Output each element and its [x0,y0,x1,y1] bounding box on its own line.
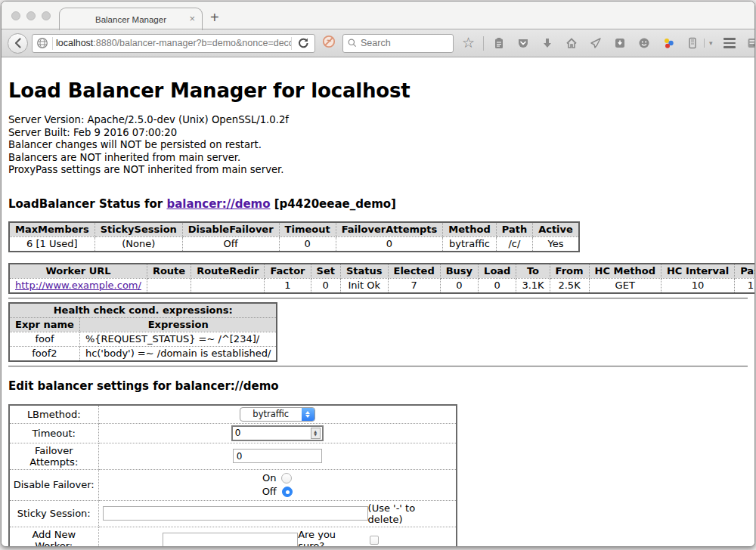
sticky-session-row: Sticky Session: (Use '-' to delete) [9,500,457,527]
col-expression: Expression [79,317,277,332]
proxypass-note: ProxyPass settings are NOT inherited fro… [8,164,748,177]
send-tab-icon[interactable] [589,36,603,50]
val-to: 3.1K [516,278,550,293]
lbmethod-row: LBmethod: bytraffic [9,405,457,424]
reload-icon[interactable] [296,36,310,50]
lbmethod-select[interactable]: bytraffic [240,407,315,422]
expr-value-foof: %{REQUEST_STATUS} =~ /^[234]/ [79,332,277,346]
disable-failover-row: Disable Failover: On Off [9,469,457,500]
summary-header-row: MaxMembers StickySession DisableFailover… [9,222,579,237]
close-window-button[interactable] [11,11,20,20]
val-load: 0 [479,278,516,293]
summary-data-row: 6 [1 Used] (None) Off 0 0 bytraffic /c/ … [9,236,579,252]
val-status: Init Ok [340,278,388,293]
bookmark-star-icon[interactable]: ☆ [462,36,475,50]
search-input[interactable] [361,38,436,48]
zoom-window-button[interactable] [42,11,51,20]
col-stickysession: StickySession [94,222,182,237]
save-page-icon[interactable] [613,36,627,50]
health-table-title: Health check cond. expressions: [9,303,277,318]
search-bar[interactable] [342,34,454,53]
lbmethod-selected-value: bytraffic [240,408,302,421]
col-disablefailover: DisableFailover [182,222,279,237]
radio-on[interactable] [281,473,292,484]
col-path: Path [496,222,532,237]
download-icon[interactable] [541,36,554,50]
toolbar-divider2 [704,39,705,48]
are-you-sure-label: Are you sure? [298,529,365,546]
minimize-window-button[interactable] [26,11,36,20]
content-blocked-icon[interactable] [322,35,336,51]
extension-panel-icon[interactable] [686,36,699,50]
tab-balancer-manager[interactable]: Balancer Manager × [59,8,203,30]
val-path: /c/ [496,236,532,252]
menu-icon[interactable] [723,38,736,48]
col-active: Active [533,222,579,237]
add-worker-input[interactable] [163,533,299,546]
sticky-session-label: Sticky Session: [9,500,98,527]
pocket-icon[interactable] [516,36,530,50]
balancer-demo-link[interactable]: balancer://demo [166,197,270,211]
val-method: bytraffic [443,236,496,252]
radio-off[interactable] [282,487,293,497]
search-icon [347,38,358,48]
col-load: Load [479,264,516,279]
health-check-table: Health check cond. expressions: Expr nam… [8,302,277,362]
navigation-toolbar: localhost:8880/balancer-manager?b=demo&n… [2,29,754,57]
home-icon[interactable] [565,36,578,50]
toolbar-divider [483,36,484,51]
url-text[interactable]: localhost:8880/balancer-manager?b=demo&n… [53,38,291,48]
val-hc-method: GET [589,278,661,293]
number-spinner-icon[interactable]: ▲▼ [311,428,321,439]
val-factor: 1 [265,278,311,293]
failover-attempts-input[interactable] [233,449,322,463]
disable-failover-label: Disable Failover: [9,469,98,500]
health-title-row: Health check cond. expressions: [9,303,277,318]
val-elected: 7 [388,278,440,293]
server-built: Server Built: Feb 9 2016 07:00:20 [8,127,748,140]
are-you-sure-checkbox[interactable] [370,536,379,545]
val-passes: 1 (0) [735,278,754,293]
chevron-down-icon[interactable]: ▾ [709,39,713,47]
sticky-session-input[interactable] [103,506,368,521]
val-from: 2.5K [550,278,589,293]
persist-note: Balancer changes will NOT be persisted o… [8,139,748,152]
col-failoverattempts: FailoverAttempts [336,222,443,237]
col-timeout: Timeout [279,222,336,237]
col-to: To [516,264,550,279]
reading-list-icon[interactable] [492,36,506,50]
new-tab-button[interactable]: + [210,9,219,26]
worker-url-link[interactable]: http://www.example.com/ [15,280,141,291]
tabbar-divider [2,29,754,29]
col-elected: Elected [388,264,440,279]
val-busy: 0 [440,278,478,293]
panel-grid-icon[interactable] [746,36,755,50]
expr-name-foof2: foof2 [9,346,79,361]
col-routeredir: RouteRedir [191,264,265,279]
col-passes: Passes [735,264,754,279]
timeout-input[interactable] [233,428,311,438]
expr-value-foof2: hc('body') =~ /domain is established/ [79,346,277,361]
col-worker-url: Worker URL [9,264,147,279]
window-controls[interactable] [11,11,51,20]
loadbalancer-status-heading: LoadBalancer Status for balancer://demo … [8,197,748,211]
tab-close-icon[interactable]: × [189,14,195,24]
url-path: :8880/balancer-manager?b=demo&nonce=decc… [93,38,291,48]
back-arrow-icon [11,36,25,50]
worker-data-row: http://www.example.com/ 1 0 Init Ok 7 0 … [9,278,754,293]
share-dots-icon[interactable] [662,36,675,50]
status-heading-suffix: [p4420eeae_demo] [271,197,396,211]
feedback-smiley-icon[interactable] [637,36,651,50]
back-button[interactable] [8,33,28,54]
worker-table: Worker URL Route RouteRedir Factor Set S… [8,263,754,294]
url-bar[interactable]: localhost:8880/balancer-manager?b=demo&n… [32,34,315,53]
health-row-foof2: foof2 hc('body') =~ /domain is establish… [9,346,277,361]
status-heading-prefix: LoadBalancer Status for [8,197,166,211]
url-host: localhost [56,38,93,48]
val-timeout: 0 [279,236,336,252]
radio-on-label: On [262,471,276,485]
tab-title: Balancer Manager [95,15,166,24]
val-maxmembers: 6 [1 Used] [9,236,94,252]
globe-icon [36,36,49,50]
val-stickysession: (None) [94,236,182,252]
